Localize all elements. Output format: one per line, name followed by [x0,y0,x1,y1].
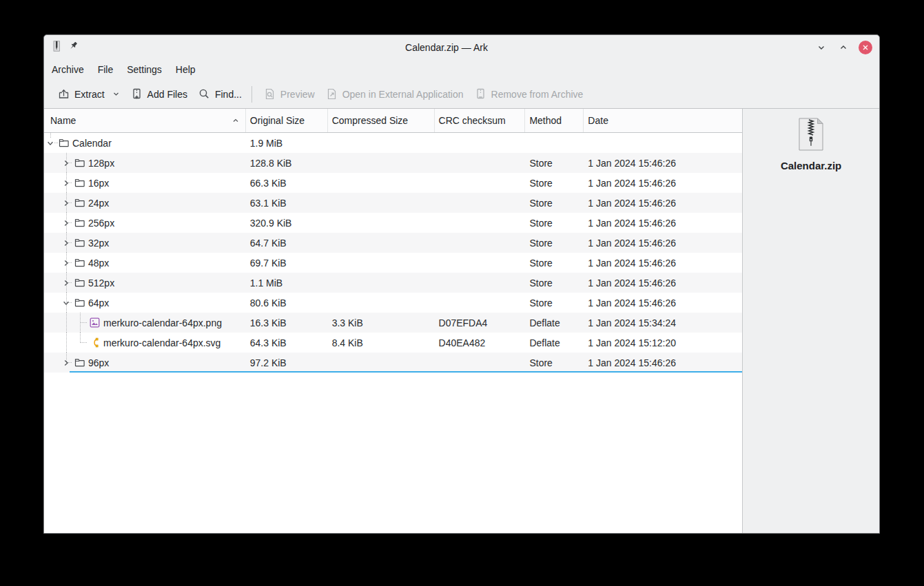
add-files-label: Add Files [147,89,187,100]
name-cell[interactable]: 256px [44,213,246,233]
entry-original-size: 1.1 MiB [246,278,328,289]
tree-branch-line [54,143,58,143]
folder-icon [74,233,85,253]
tree-branch-line [66,313,67,333]
table-row[interactable]: 128px128.8 KiBStore1 Jan 2024 15:46:26 [44,153,742,173]
column-header-method[interactable]: Method [525,109,584,132]
chevron-down-icon[interactable] [112,90,120,98]
entry-method: Store [525,357,584,368]
entry-original-size: 320.9 KiB [246,218,328,229]
sort-ascending-icon [232,116,240,125]
name-cell[interactable]: 16px [44,173,246,193]
column-header-date[interactable]: Date [584,109,742,132]
entry-name: 48px [88,253,109,273]
remove-from-archive-button: Remove from Archive [469,84,589,104]
entry-method: Store [525,178,584,189]
expander-collapse-icon[interactable] [46,133,54,153]
close-button[interactable] [859,41,872,54]
name-cell[interactable]: 24px [44,193,246,213]
entry-name: 256px [88,213,114,233]
name-cell[interactable]: 32px [44,233,246,253]
search-icon [198,88,210,100]
folder-icon [74,253,85,273]
entry-method: Store [525,158,584,169]
menu-help[interactable]: Help [169,61,203,78]
table-row[interactable]: 32px64.7 KiBStore1 Jan 2024 15:46:26 [44,233,742,253]
expander-expand-icon[interactable] [62,233,70,253]
open-external-button: Open in External Application [320,84,469,104]
entry-method: Store [525,278,584,289]
name-cell[interactable]: Calendar [44,133,246,153]
ark-window: Calendar.zip — Ark Archive File Settings… [43,34,880,534]
column-header-crc[interactable]: CRC checksum [435,109,526,132]
folder-icon [74,273,85,293]
name-cell[interactable]: 64px [44,293,246,313]
table-row[interactable]: merkuro-calendar-64px.svg64.3 KiB8.4 KiB… [44,333,742,353]
minimize-button[interactable] [814,41,828,54]
table-row[interactable]: 512px1.1 MiBStore1 Jan 2024 15:46:26 [44,273,742,293]
table-row[interactable]: merkuro-calendar-64px.png16.3 KiB3.3 KiB… [44,313,742,333]
expander-expand-icon[interactable] [62,193,70,213]
entry-name: 64px [88,293,109,313]
main-area: Name Original Size Compressed Size CRC c… [44,109,879,534]
name-cell[interactable]: merkuro-calendar-64px.png [44,313,246,333]
entry-crc: D40EA482 [435,337,526,348]
table-row[interactable]: 24px63.1 KiBStore1 Jan 2024 15:46:26 [44,193,742,213]
name-cell[interactable]: 512px [44,273,246,293]
name-cell[interactable]: 48px [44,253,246,273]
entry-name: 128px [88,153,114,173]
entry-date: 1 Jan 2024 15:46:26 [584,198,742,209]
open-external-label: Open in External Application [342,89,464,100]
expander-expand-icon[interactable] [62,273,70,293]
expander-expand-icon[interactable] [62,213,70,233]
preview-icon [264,88,276,100]
entry-method: Store [525,258,584,269]
table-row[interactable]: 96px97.2 KiBStore1 Jan 2024 15:46:26 [44,353,742,373]
find-button[interactable]: Find... [193,84,247,104]
expander-collapse-icon[interactable] [62,293,70,313]
name-cell[interactable]: 96px [44,353,246,373]
table-row[interactable]: 16px66.3 KiBStore1 Jan 2024 15:46:26 [44,173,742,193]
entry-name: Calendar [72,133,112,153]
extract-button[interactable]: Extract [52,84,125,104]
expander-expand-icon[interactable] [62,253,70,273]
entry-date: 1 Jan 2024 15:34:24 [584,317,742,328]
entry-method: Store [525,297,584,308]
name-cell[interactable]: merkuro-calendar-64px.svg [44,333,246,353]
toolbar-separator [251,86,252,103]
entry-original-size: 16.3 KiB [246,317,328,328]
entry-name: 24px [88,193,109,213]
menu-file[interactable]: File [91,61,121,78]
entry-method: Deflate [525,337,584,348]
titlebar[interactable]: Calendar.zip — Ark [44,35,879,59]
expander-expand-icon[interactable] [62,173,70,193]
pin-icon[interactable] [68,41,79,54]
column-header-original-size[interactable]: Original Size [246,109,328,132]
folder-icon [74,173,85,193]
archive-file-tree: Name Original Size Compressed Size CRC c… [44,109,742,534]
menu-settings[interactable]: Settings [120,61,169,78]
entry-date: 1 Jan 2024 15:46:26 [584,278,742,289]
expander-expand-icon[interactable] [62,353,70,373]
column-header-name[interactable]: Name [44,109,246,132]
menu-archive[interactable]: Archive [45,61,91,78]
table-row[interactable]: 48px69.7 KiBStore1 Jan 2024 15:46:26 [44,253,742,273]
info-panel: Calendar.zip [742,109,879,534]
find-label: Find... [215,89,242,100]
entry-method: Deflate [525,317,584,328]
add-files-button[interactable]: Add Files [125,84,193,104]
table-header: Name Original Size Compressed Size CRC c… [44,109,742,133]
name-cell[interactable]: 128px [44,153,246,173]
expander-expand-icon[interactable] [62,153,70,173]
extract-icon [58,88,70,100]
open-external-icon [326,88,338,100]
folder-icon [74,153,85,173]
table-row[interactable]: Calendar1.9 MiB [44,133,742,153]
table-row[interactable]: 64px80.6 KiBStore1 Jan 2024 15:46:26 [44,293,742,313]
entry-date: 1 Jan 2024 15:12:20 [584,337,742,348]
table-row[interactable]: 256px320.9 KiBStore1 Jan 2024 15:46:26 [44,213,742,233]
maximize-button[interactable] [836,41,850,54]
remove-icon [475,88,486,100]
extract-label: Extract [74,89,105,100]
column-header-compressed-size[interactable]: Compressed Size [328,109,435,132]
